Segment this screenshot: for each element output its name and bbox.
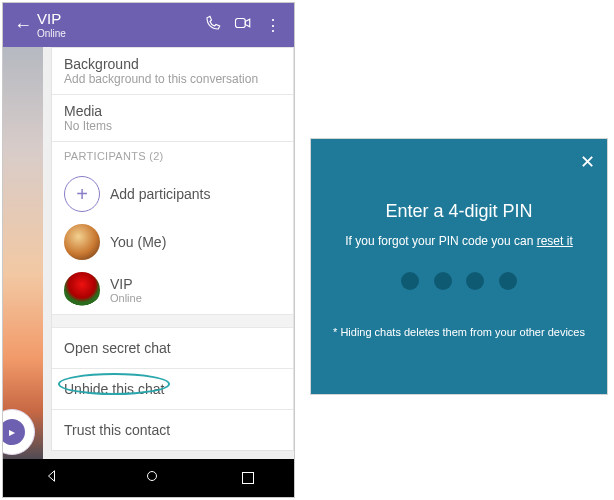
background-sub: Add background to this conversation (64, 72, 281, 86)
pin-info-text: If you forgot your PIN code you can (345, 234, 536, 248)
pin-title: Enter a 4-digit PIN (325, 201, 593, 222)
settings-sheet: Background Add background to this conver… (51, 47, 294, 451)
background-title: Background (64, 56, 281, 72)
open-secret-chat[interactable]: Open secret chat (52, 328, 293, 368)
compose-icon: ▸ (2, 419, 25, 445)
header-subtitle: Online (37, 28, 198, 39)
voice-call-icon[interactable] (198, 14, 228, 36)
media-setting[interactable]: Media No Items (52, 94, 293, 141)
pin-dot (499, 272, 517, 290)
participant-you[interactable]: You (Me) (52, 218, 293, 266)
nav-recent-icon[interactable] (242, 472, 254, 484)
participants-header: PARTICIPANTS (2) (52, 141, 293, 170)
video-call-icon[interactable] (228, 14, 258, 36)
media-title: Media (64, 103, 281, 119)
pin-dot (401, 272, 419, 290)
close-icon[interactable]: ✕ (580, 151, 595, 173)
phone-frame: ← VIP Online ⋮ Background Add background… (2, 2, 295, 498)
add-participants-row[interactable]: + Add participants (52, 170, 293, 218)
add-participants-label: Add participants (110, 186, 210, 202)
pin-hint: * Hiding chats deletes them from your ot… (325, 326, 593, 338)
pin-dots[interactable] (325, 272, 593, 294)
section-divider (52, 314, 293, 328)
avatar (64, 272, 100, 308)
nav-back-icon[interactable] (44, 467, 62, 489)
reset-pin-link[interactable]: reset it (537, 234, 573, 248)
unhide-this-chat[interactable]: Unhide this chat (52, 368, 293, 409)
media-sub: No Items (64, 119, 281, 133)
header-title: VIP (37, 11, 198, 28)
android-navbar (3, 459, 294, 497)
avatar (64, 224, 100, 260)
participant-name: You (Me) (110, 234, 166, 250)
participant-name: VIP (110, 276, 142, 292)
participant-status: Online (110, 292, 142, 304)
background-setting[interactable]: Background Add background to this conver… (52, 48, 293, 94)
add-icon: + (64, 176, 100, 212)
trust-contact[interactable]: Trust this contact (52, 409, 293, 450)
back-button[interactable]: ← (9, 15, 37, 36)
pin-dot (466, 272, 484, 290)
nav-home-icon[interactable] (143, 467, 161, 489)
pin-dot (434, 272, 452, 290)
pin-info: If you forgot your PIN code you can rese… (325, 232, 593, 250)
more-icon[interactable]: ⋮ (258, 16, 288, 35)
chat-header: ← VIP Online ⋮ (3, 3, 294, 47)
svg-point-1 (147, 472, 156, 481)
chat-settings-panel: Background Add background to this conver… (3, 47, 294, 461)
svg-rect-0 (236, 19, 246, 28)
chat-background-preview (3, 47, 43, 461)
participant-vip[interactable]: VIP Online (52, 266, 293, 314)
pin-dialog: ✕ Enter a 4-digit PIN If you forgot your… (310, 138, 608, 395)
header-title-block[interactable]: VIP Online (37, 11, 198, 39)
